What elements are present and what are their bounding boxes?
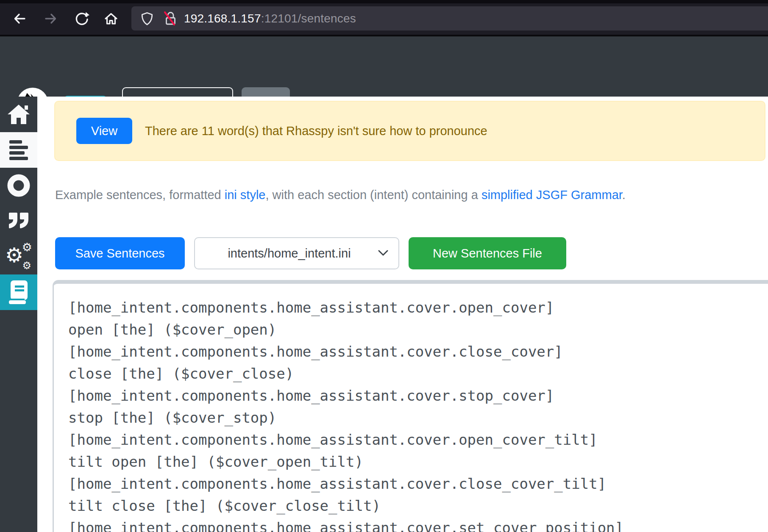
url-path: :12101/sentences: [261, 12, 356, 25]
settings-gears-icon: ⚙ ⚙ ⚙: [5, 244, 32, 269]
intro-text: Example sentences, formatted ini style, …: [55, 188, 626, 202]
file-select-wrap: intents/home_intent.ini: [194, 237, 399, 269]
browser-chrome: 192.168.1.157:12101/sentences: [0, 0, 768, 36]
sidebar-item-words[interactable]: [0, 274, 37, 310]
save-sentences-button[interactable]: Save Sentences: [55, 237, 185, 269]
new-sentences-file-button[interactable]: New Sentences File: [409, 237, 566, 269]
ini-style-link[interactable]: ini style: [225, 188, 266, 202]
url-host: 192.168.1.157: [184, 12, 261, 25]
quotes-icon: [8, 213, 29, 230]
shield-icon[interactable]: [140, 11, 154, 26]
app-header: 2.5.11 Sentences Log: [0, 36, 768, 97]
sidebar-item-sentences[interactable]: [0, 132, 37, 168]
refresh-icon[interactable]: [74, 11, 89, 26]
intro-pre: Example sentences, formatted: [55, 188, 225, 202]
home-icon: [7, 104, 31, 125]
url-text[interactable]: 192.168.1.157:12101/sentences: [184, 12, 356, 25]
sentences-list-icon: [8, 140, 29, 160]
home-icon[interactable]: [103, 11, 119, 26]
sentences-file-select[interactable]: intents/home_intent.ini: [194, 237, 399, 269]
pronounce-warning-banner: View There are 11 word(s) that Rhasspy i…: [54, 101, 765, 161]
forward-icon[interactable]: [43, 11, 58, 26]
view-button[interactable]: View: [76, 118, 132, 144]
back-icon[interactable]: [12, 11, 27, 26]
sidebar: ⚙ ⚙ ⚙: [0, 97, 37, 532]
record-icon: [7, 174, 30, 197]
sidebar-item-home[interactable]: [0, 97, 37, 132]
sentences-toolbar: Save Sentences intents/home_intent.ini N…: [55, 237, 566, 269]
window-top-strip: [0, 0, 768, 3]
words-book-icon: [7, 280, 31, 305]
warning-message: There are 11 word(s) that Rhasspy isn't …: [145, 124, 487, 138]
intro-post: .: [622, 188, 626, 202]
main-content: View There are 11 word(s) that Rhasspy i…: [37, 97, 768, 532]
sidebar-item-settings[interactable]: ⚙ ⚙ ⚙: [0, 239, 37, 274]
jsgf-grammar-link[interactable]: simplified JSGF Grammar: [481, 188, 622, 202]
insecure-lock-icon[interactable]: [163, 10, 178, 27]
sidebar-item-record[interactable]: [0, 168, 37, 203]
intro-mid: , with each section (intent) containing …: [265, 188, 481, 202]
sidebar-item-quotes[interactable]: [0, 203, 37, 239]
sentences-editor[interactable]: [home_intent.components.home_assistant.c…: [53, 280, 768, 532]
url-bar[interactable]: 192.168.1.157:12101/sentences: [131, 6, 768, 30]
